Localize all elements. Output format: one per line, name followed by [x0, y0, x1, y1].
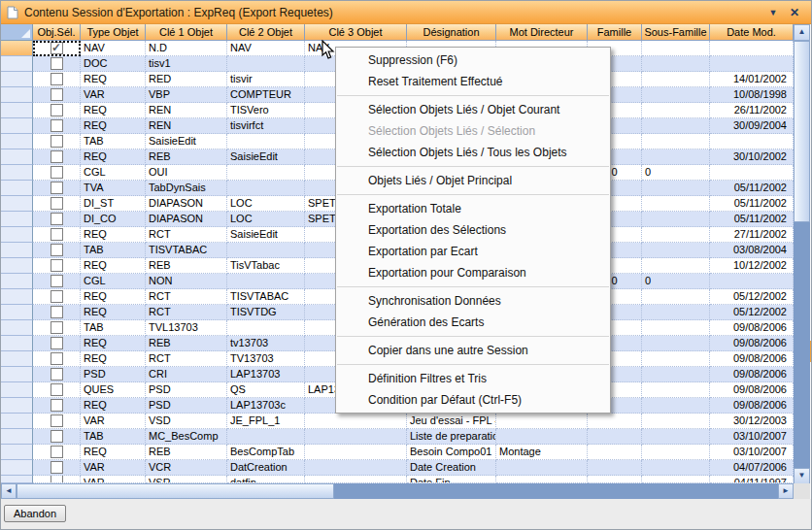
cell-sous-famille[interactable]	[642, 320, 710, 336]
cell-type[interactable]: CGL	[81, 274, 146, 289]
row-header[interactable]	[1, 320, 33, 336]
checkbox[interactable]	[51, 73, 63, 85]
menu-item-exportation-des-selections[interactable]: Exportation des Sélections	[336, 219, 610, 241]
checkbox[interactable]	[51, 104, 63, 116]
checkbox[interactable]	[51, 57, 63, 70]
row-header[interactable]	[1, 165, 33, 181]
row-header[interactable]	[1, 227, 33, 243]
menu-item-exportation-pour-comparaison[interactable]: Exportation pour Comparaison	[336, 262, 610, 283]
cell-type[interactable]: REQ	[81, 351, 146, 367]
cell-cle1[interactable]: PSD	[146, 382, 227, 398]
row-header[interactable]	[1, 305, 33, 320]
cell-sous-famille[interactable]	[642, 227, 710, 243]
cell-date-mod[interactable]: 09/08/2006	[710, 398, 794, 414]
cell-designation[interactable]: Liste de preparation	[407, 429, 496, 445]
menu-item-selection-objets-lies-objet-courant[interactable]: Sélection Objets Liés / Objet Courant	[336, 99, 610, 120]
cell-obj-sel[interactable]	[33, 398, 81, 414]
cell-date-mod[interactable]: 05/12/2002	[710, 305, 794, 320]
cell-sous-famille[interactable]	[642, 212, 710, 227]
cell-type[interactable]: VAR	[81, 414, 146, 429]
cell-type[interactable]: REQ	[81, 118, 146, 134]
cell-type[interactable]: REQ	[81, 336, 146, 351]
cell-cle2[interactable]: LOC	[227, 212, 305, 227]
cell-cle1[interactable]: N.D	[146, 41, 227, 56]
cell-cle1[interactable]: VBP	[146, 87, 227, 103]
cell-type[interactable]: REQ	[81, 289, 146, 305]
cell-obj-sel[interactable]	[33, 320, 81, 336]
cell-date-mod[interactable]	[710, 165, 794, 181]
cell-cle2[interactable]: tisvirfct	[227, 118, 305, 134]
cell-date-mod[interactable]: 09/08/2006	[710, 367, 794, 382]
cell-famille[interactable]	[588, 429, 642, 445]
cell-obj-sel[interactable]	[33, 382, 81, 398]
column-header-6[interactable]: Désignation	[407, 24, 496, 41]
cell-cle1[interactable]: RCT	[146, 305, 227, 320]
close-icon[interactable]: ✕	[784, 6, 805, 19]
row-header[interactable]	[1, 181, 33, 196]
cell-sous-famille[interactable]	[642, 429, 710, 445]
cell-date-mod[interactable]: 09/08/2006	[710, 336, 794, 351]
cell-obj-sel[interactable]	[33, 134, 81, 149]
row-header[interactable]	[1, 398, 33, 414]
row-header[interactable]	[1, 258, 33, 274]
cell-famille[interactable]	[588, 414, 642, 429]
menu-item-selection-objets-lies-tous-les-objets[interactable]: Sélection Objets Liés / Tous les Objets	[336, 142, 610, 163]
row-header[interactable]	[1, 445, 33, 460]
cell-type[interactable]: VAR	[81, 87, 146, 103]
cell-famille[interactable]	[588, 445, 642, 460]
cell-date-mod[interactable]: 04/11/1997	[710, 476, 794, 483]
cell-sous-famille[interactable]	[642, 289, 710, 305]
cell-date-mod[interactable]: 03/10/2007	[710, 445, 794, 460]
cell-type[interactable]: REQ	[81, 227, 146, 243]
column-header-8[interactable]: Famille	[588, 24, 642, 41]
menu-item-objets-lies-objet-principal[interactable]: Objets Liés / Objet Principal	[336, 170, 610, 191]
cell-sous-famille[interactable]	[642, 398, 710, 414]
checkbox[interactable]	[51, 197, 63, 210]
checkbox[interactable]	[51, 399, 63, 412]
checkbox[interactable]	[51, 290, 63, 303]
cell-obj-sel[interactable]	[33, 258, 81, 274]
checkbox[interactable]	[51, 135, 63, 148]
cell-sous-famille[interactable]	[642, 41, 710, 56]
checkbox[interactable]	[51, 352, 63, 365]
cell-famille[interactable]	[588, 460, 642, 476]
checkbox[interactable]	[51, 414, 63, 427]
cell-famille[interactable]	[588, 476, 642, 483]
cell-cle1[interactable]: MC_BesComp	[146, 429, 227, 445]
cell-cle1[interactable]: VSD	[146, 414, 227, 429]
cell-cle1[interactable]: CRI	[146, 367, 227, 382]
cell-date-mod[interactable]: 27/11/2002	[710, 227, 794, 243]
cell-obj-sel[interactable]	[33, 165, 81, 181]
cell-date-mod[interactable]: 05/11/2002	[710, 181, 794, 196]
cell-type[interactable]: REQ	[81, 445, 146, 460]
horizontal-scrollbar-track[interactable]	[334, 483, 778, 499]
cell-date-mod[interactable]: 10/08/1998	[710, 87, 794, 103]
checkbox[interactable]	[51, 213, 63, 225]
cell-designation[interactable]: Besoin Compo01	[407, 445, 496, 460]
cell-cle2[interactable]: tisvir	[227, 72, 305, 87]
checkbox[interactable]	[51, 461, 63, 474]
cell-obj-sel[interactable]: ✓	[33, 41, 81, 56]
row-header[interactable]	[1, 243, 33, 258]
cell-date-mod[interactable]	[710, 41, 794, 56]
cell-date-mod[interactable]: 04/07/2006	[710, 460, 794, 476]
cell-cle2[interactable]: COMPTEUR	[227, 87, 305, 103]
checkbox[interactable]	[51, 228, 63, 241]
checkbox[interactable]	[51, 430, 63, 443]
cell-type[interactable]: TAB	[81, 134, 146, 149]
cell-sous-famille[interactable]	[642, 414, 710, 429]
row-header[interactable]	[1, 414, 33, 429]
cell-type[interactable]: DI_ST	[81, 196, 146, 212]
cell-sous-famille[interactable]	[642, 243, 710, 258]
row-header[interactable]	[1, 367, 33, 382]
cell-date-mod[interactable]: 09/08/2006	[710, 351, 794, 367]
horizontal-scrollbar-thumb[interactable]	[17, 483, 334, 499]
cell-cle2[interactable]: TISVTABAC	[227, 289, 305, 305]
cell-sous-famille[interactable]	[642, 87, 710, 103]
vertical-scrollbar[interactable]: ▲ ▼	[794, 24, 810, 483]
column-header-1[interactable]: Obj.Sél.	[33, 24, 81, 41]
cell-sous-famille[interactable]	[642, 460, 710, 476]
cell-date-mod[interactable]: 14/01/2002	[710, 72, 794, 87]
cell-cle1[interactable]: REN	[146, 118, 227, 134]
cell-sous-famille[interactable]	[642, 258, 710, 274]
